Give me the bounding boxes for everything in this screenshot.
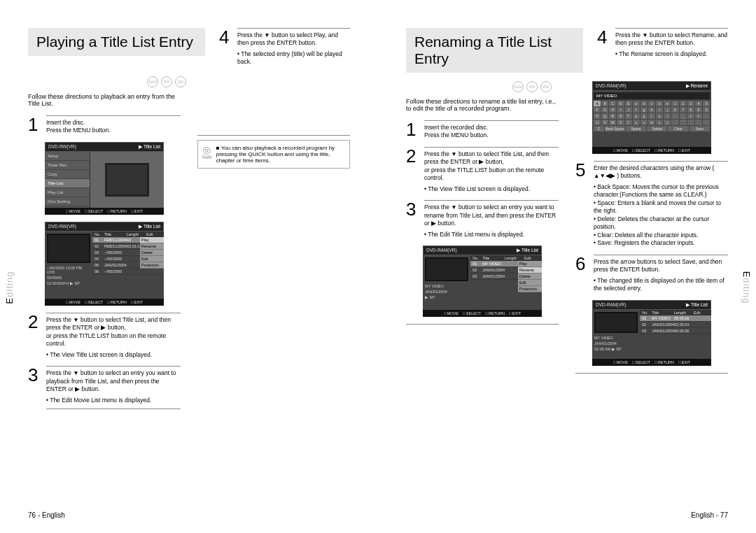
page-footer: 76 - English xyxy=(28,511,65,519)
step-result: • The selected entry (title) will be pla… xyxy=(237,50,350,66)
page-title: Playing a Title List Entry xyxy=(36,34,197,50)
step-number: 1 xyxy=(28,115,41,135)
osd-final: DVD-RAM(VR) ▶ Title List MY VIDEO JAN/01… xyxy=(592,300,711,366)
note-box: ◎ Note ■ You can also playback a recorde… xyxy=(197,140,350,169)
note-icon: ◎ xyxy=(202,145,212,155)
column-right: ◎ Note ■ You can also playback a recorde… xyxy=(197,93,350,416)
disc-icons: RAM RW RW xyxy=(28,76,350,87)
side-tab: Editing xyxy=(4,271,15,304)
osd-menu-list: Setup Timer Rec. Copy Title List Play Li… xyxy=(45,152,90,208)
page-76: Playing a Title List Entry 4 Press the ▼… xyxy=(0,0,378,533)
page-footer: English - 77 xyxy=(691,511,728,519)
note-text: ■ You can also playback a recorded progr… xyxy=(216,145,345,164)
page-77: Renaming a Title List Entry 4 Press the … xyxy=(378,0,756,533)
step-text: Insert the disc. xyxy=(46,119,181,127)
column-left: Follow these directions to playback an e… xyxy=(28,93,181,416)
step-3: 3 Press the ▼ button to select an entry … xyxy=(28,366,181,409)
page-title-band: Renaming a Title List Entry xyxy=(406,28,583,73)
step-text: Press the ▼ button to select Play, and t… xyxy=(237,31,350,48)
side-tab: Editing xyxy=(741,271,752,304)
osd-hdr-r: ▶ Title List xyxy=(139,144,160,150)
osd-hdr-l: DVD-RW(VR) xyxy=(48,144,76,150)
step-number: 4 xyxy=(219,28,232,66)
disc-icon: RAM xyxy=(147,76,158,87)
step-2: 2 Press the ▼ button to select Title Lis… xyxy=(28,313,181,359)
column-right: DVD-RAM(VR) ▶ Rename MY VIDEO ABCDEabcde… xyxy=(575,78,728,374)
step-text: Press the MENU button. xyxy=(46,127,181,134)
column-left: RAM RW RW Follow these directions to ren… xyxy=(406,78,559,374)
osd-edit: DVD-RAM(VR) ▶ Title List MY VIDEO JAN/01… xyxy=(423,246,542,317)
step-4: 4 Press the ▼ button to select Play, and… xyxy=(219,28,350,66)
osd-title-list: DVD-RW(VR) ▶ Title List --/00/2000 12:00… xyxy=(45,222,164,306)
disc-icon: RW xyxy=(175,76,186,87)
osd-rename-kb: DVD-RAM(VR) ▶ Rename MY VIDEO ABCDEabcde… xyxy=(592,81,711,154)
step-1: 1 Insert the disc. Press the MENU button… xyxy=(28,115,181,135)
step-4: 4 Press the ▼ button to select Rename, a… xyxy=(597,28,728,58)
page-title-band: Playing a Title List Entry xyxy=(28,28,205,56)
intro-text: Follow these directions to playback an e… xyxy=(28,93,181,107)
page-title: Renaming a Title List Entry xyxy=(414,34,575,67)
disc-icon: RW xyxy=(161,76,172,87)
osd-menu: DVD-RW(VR) ▶ Title List Setup Timer Rec.… xyxy=(45,142,164,215)
